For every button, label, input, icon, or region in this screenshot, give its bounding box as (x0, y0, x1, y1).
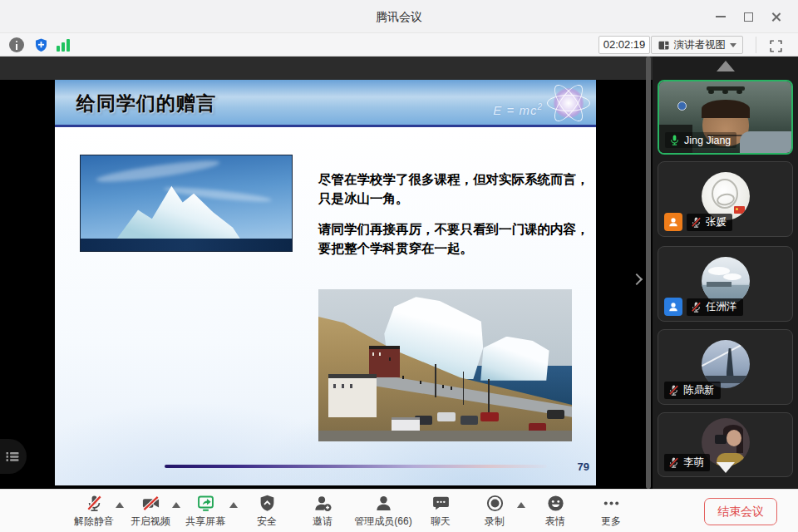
separator (756, 37, 756, 53)
name-chip: 任洲洋 (687, 298, 743, 316)
start-video-label: 开启视频 (131, 515, 170, 529)
atom-graphic (546, 81, 591, 126)
participant-name-row: 陈鼎新 (664, 382, 721, 399)
name-chip: 张媛 (687, 214, 732, 231)
list-icon (4, 448, 21, 465)
meeting-info-button[interactable] (8, 37, 25, 53)
share-options-caret[interactable] (229, 502, 238, 508)
utility-pole (463, 372, 465, 405)
foreground-ground (318, 431, 572, 441)
person-figure (389, 357, 391, 361)
close-button[interactable] (763, 4, 788, 29)
slide-divider-line (165, 465, 547, 468)
share-screen-label: 共享屏幕 (185, 515, 225, 529)
network-signal-button[interactable] (55, 37, 71, 53)
share-screen-icon (196, 494, 215, 513)
parked-car (437, 412, 455, 421)
invite-person-icon (313, 494, 332, 513)
participant-name: 张媛 (706, 215, 727, 229)
emoji-button[interactable]: 表情 (530, 494, 580, 529)
window-title: 腾讯会议 (0, 0, 798, 33)
unmute-label: 解除静音 (74, 515, 114, 529)
tencent-meeting-window: 腾讯会议 02:02:19 (0, 0, 798, 532)
participant-name: Jing Jiang (684, 135, 731, 146)
invite-button[interactable]: 邀请 (298, 494, 347, 529)
start-video-button[interactable]: 开启视频 (123, 494, 178, 529)
iceberg-small (480, 337, 549, 381)
participant-tile-renzhouyang[interactable]: 任洲洋 (658, 246, 793, 322)
more-button[interactable]: 更多 (586, 494, 636, 529)
slide-text-block: 尽管在学校学了很多课程，但对实际系统而言，只是冰山一角。 请同学们再接再厉，不要… (318, 170, 594, 268)
meeting-timer: 02:02:19 (598, 36, 650, 54)
collapse-sidebar-chevron[interactable] (632, 274, 642, 284)
record-button[interactable]: 录制 (470, 494, 520, 529)
person-figure (451, 387, 452, 390)
smiley-icon (546, 494, 565, 513)
view-switcher[interactable]: 演讲者视图 (651, 36, 744, 54)
fullscreen-button[interactable] (766, 37, 785, 55)
shared-screen-top-strip (0, 57, 653, 80)
participant-tile-jing-jiang[interactable]: Jing Jiang (658, 80, 793, 155)
scroll-down-icon[interactable] (717, 462, 735, 473)
chevron-down-icon (730, 43, 736, 47)
scrollbar[interactable] (646, 57, 651, 489)
slide-title: 给同学们的赠言 (76, 91, 216, 116)
participant-name-row: 任洲洋 (664, 298, 743, 316)
role-badge-orange (664, 213, 682, 231)
camera-muted-icon (141, 494, 160, 513)
info-icon (9, 37, 24, 52)
meeting-toolbar: 解除静音 开启视频 共享屏幕 (0, 489, 798, 532)
person-figure (442, 385, 444, 388)
white-house (328, 374, 377, 416)
mic-muted-icon (690, 301, 702, 313)
utility-pole (488, 379, 490, 412)
slide-header-banner: 给同学们的赠言 E = mc2 (55, 80, 596, 127)
participants-sidebar: Jing Jiang (653, 57, 798, 489)
name-chip: Jing Jiang (665, 132, 736, 148)
person-figure (402, 376, 404, 379)
participant-tile-zhangyuan[interactable]: 张媛 (658, 161, 793, 237)
participant-name-row: 张媛 (664, 213, 732, 231)
manage-members-label: 管理成员(66) (354, 515, 411, 529)
participant-tile-chendingxin[interactable]: 陈鼎新 (658, 329, 793, 405)
annotation-list-button[interactable] (0, 439, 27, 474)
formula-base: E = mc (493, 103, 537, 117)
cloud-streak (96, 157, 220, 186)
share-screen-button[interactable]: 共享屏幕 (178, 494, 233, 529)
unmute-button[interactable]: 解除静音 (69, 494, 119, 529)
person-icon (374, 494, 393, 513)
formula-exponent: 2 (537, 102, 543, 111)
participant-name: 陈鼎新 (683, 383, 715, 397)
mic-muted-icon (85, 494, 104, 513)
mic-muted-icon (667, 456, 680, 469)
maximize-icon (744, 12, 753, 22)
participant-name-row: Jing Jiang (665, 132, 736, 148)
record-options-caret[interactable] (517, 502, 525, 508)
status-bar: 02:02:19 演讲者视图 (0, 33, 798, 57)
parked-car (480, 412, 498, 421)
sea (81, 239, 292, 251)
chat-button[interactable]: 聊天 (416, 494, 466, 529)
parked-car (547, 410, 564, 419)
invite-label: 邀请 (313, 515, 332, 529)
slide-paragraph: 请同学们再接再厉，不要只看到一门课的内容，要把整个学科贯穿在一起。 (318, 219, 594, 259)
scroll-up-icon[interactable] (717, 61, 735, 71)
ellipsis-icon (602, 494, 621, 513)
close-icon (771, 12, 781, 22)
mic-muted-icon (667, 384, 680, 397)
security-button[interactable]: 安全 (244, 494, 290, 529)
red-house (369, 346, 400, 377)
participant-name: 任洲洋 (706, 300, 737, 314)
manage-members-button[interactable]: 管理成员(66) (343, 494, 423, 529)
fullscreen-icon (769, 39, 783, 53)
meeting-protect-button[interactable] (32, 37, 49, 53)
maximize-button[interactable] (736, 4, 761, 29)
iceberg (111, 177, 250, 240)
end-meeting-button[interactable]: 结束会议 (704, 498, 777, 525)
minimize-button[interactable] (708, 4, 733, 29)
shield-plus-icon (33, 37, 49, 53)
participant-name-row: 李萌 (664, 454, 710, 471)
mic-muted-icon (690, 216, 702, 229)
ceiling-light (707, 86, 745, 91)
security-label: 安全 (257, 515, 277, 529)
